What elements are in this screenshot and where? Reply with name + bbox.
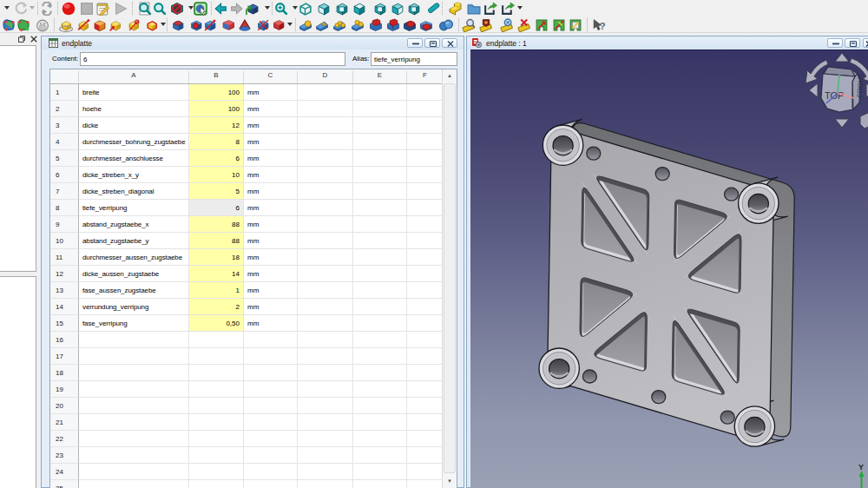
svg-text:FRONT: FRONT bbox=[856, 73, 865, 97]
svg-text:Y: Y bbox=[858, 463, 864, 472]
svg-text:?: ? bbox=[600, 20, 606, 31]
